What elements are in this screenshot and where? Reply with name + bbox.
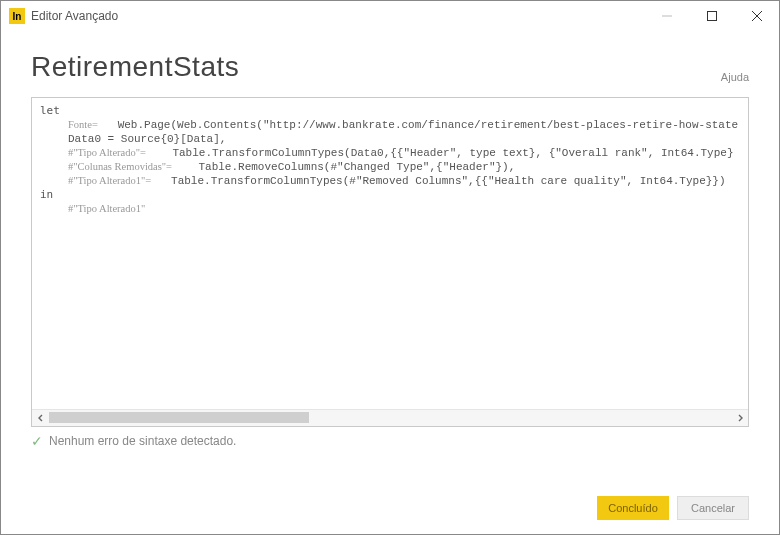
close-button[interactable] xyxy=(734,1,779,31)
step-label: #"Tipo Alterado" xyxy=(68,146,140,160)
window-title: Editor Avançado xyxy=(31,9,644,23)
code-text: Data0 = Source{0}[Data], xyxy=(68,132,226,146)
cancel-button[interactable]: Cancelar xyxy=(677,496,749,520)
check-icon: ✓ xyxy=(31,433,43,449)
titlebar: In Editor Avançado xyxy=(1,1,779,31)
code-text: Table.TransformColumnTypes(#"Removed Col… xyxy=(171,174,726,188)
code-text xyxy=(98,118,118,132)
code-text xyxy=(172,160,198,174)
keyword-let: let xyxy=(40,104,60,118)
status-message: Nenhum erro de sintaxe detectado. xyxy=(49,434,236,448)
help-link[interactable]: Ajuda xyxy=(721,71,749,83)
svg-rect-1 xyxy=(707,12,716,21)
status-row: ✓ Nenhum erro de sintaxe detectado. xyxy=(31,433,749,449)
editor-body[interactable]: let Fonte = Web.Page(Web.Contents("http:… xyxy=(32,98,748,409)
step-label: Fonte xyxy=(68,118,92,132)
header-row: RetirementStats Ajuda xyxy=(31,51,749,83)
code-text xyxy=(151,174,171,188)
button-row: Concluído Cancelar xyxy=(597,496,749,520)
content-area: RetirementStats Ajuda let Fonte = Web.Pa… xyxy=(1,31,779,459)
scroll-left-arrow[interactable] xyxy=(32,410,49,426)
scroll-thumb[interactable] xyxy=(49,412,309,423)
app-icon: In xyxy=(9,8,25,24)
code-text xyxy=(146,146,172,160)
scroll-right-arrow[interactable] xyxy=(731,410,748,426)
minimize-button[interactable] xyxy=(644,1,689,31)
result-expression: #"Tipo Alterado1" xyxy=(68,202,145,216)
keyword-in: in xyxy=(40,188,53,202)
step-label: #"Tipo Alterado1" xyxy=(68,174,145,188)
maximize-button[interactable] xyxy=(689,1,734,31)
code-text: Table.RemoveColumns(#"Changed Type",{"He… xyxy=(198,160,515,174)
window-controls xyxy=(644,1,779,31)
scroll-track[interactable] xyxy=(49,410,731,426)
horizontal-scrollbar[interactable] xyxy=(32,409,748,426)
code-text: Web.Page(Web.Contents("http://www.bankra… xyxy=(118,118,739,132)
code-text: Table.TransformColumnTypes(Data0,{{"Head… xyxy=(172,146,733,160)
code-editor[interactable]: let Fonte = Web.Page(Web.Contents("http:… xyxy=(31,97,749,427)
step-label: #"Colunas Removidas" xyxy=(68,160,166,174)
done-button[interactable]: Concluído xyxy=(597,496,669,520)
page-title: RetirementStats xyxy=(31,51,239,83)
